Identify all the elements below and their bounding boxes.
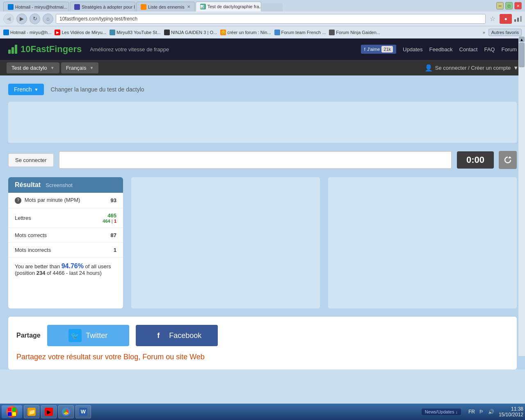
minimize-button[interactable]: ─ <box>496 2 504 9</box>
facebook-like-button[interactable]: f J'aime 21k <box>361 45 396 54</box>
logo-text-number: 10 <box>21 44 30 54</box>
login-button[interactable]: Se connecter <box>8 153 54 167</box>
tab-favicon-ennemis <box>141 4 146 10</box>
tray-speaker-icon[interactable]: 🔊 <box>487 408 495 416</box>
bookmark-creer[interactable]: 😊 créer un forum : Nin... <box>220 30 271 35</box>
tabs-area: Hotmail - miryu@hotmai... ✕ Stratégies à… <box>3 0 283 11</box>
tab-label-hotmail: Hotmail - miryu@hotmai... <box>15 5 67 9</box>
better-percentage: 94.76% <box>62 262 84 269</box>
close-button[interactable]: ✕ <box>514 2 522 9</box>
faq-link[interactable]: FAQ <box>484 46 495 52</box>
forum-link[interactable]: Forum <box>501 46 517 52</box>
tab-empty <box>262 3 283 11</box>
taskbar-icon-chrome <box>62 408 70 416</box>
header-right: f J'aime 21k Updates Feedback Contact FA… <box>361 45 517 54</box>
result-row-incorrect: Mots incorrects 1 <box>8 243 123 258</box>
svg-rect-1 <box>8 408 11 411</box>
fb-count: 21k <box>381 46 393 52</box>
partage-section: Partage 🐦 Twitter f Facebook Partagez vo… <box>8 317 517 370</box>
incorrect-value: 1 <box>94 243 123 258</box>
facebook-button[interactable]: f Facebook <box>136 325 218 346</box>
taskbar-app-word[interactable]: W <box>75 405 91 418</box>
taskbar: 📁 ▶ W News/Updates ↓ FR 🏳 🔊 11:38 15/10/… <box>0 404 525 420</box>
bookmark-favicon-ninja2 <box>329 30 335 35</box>
lang-dropdown-arrow: ▼ <box>89 66 94 70</box>
letters-correct: 464 <box>103 219 110 224</box>
maximize-button[interactable]: □ <box>505 2 513 9</box>
bookmark-ninja2[interactable]: Forum Ninja Gaiden... <box>329 30 380 35</box>
start-button[interactable] <box>2 405 22 418</box>
wpm-label: Mots par minute (MPM) <box>25 197 80 203</box>
reset-button[interactable] <box>499 151 517 169</box>
bookmark-ninja[interactable]: NINJA GAIDEN 3 | O... <box>164 30 217 35</box>
test-dropdown-arrow: ▼ <box>50 66 55 70</box>
taskbar-icon-word: W <box>79 408 87 416</box>
site-tagline: Améliorez votre vitesse de frappe <box>90 46 169 52</box>
language-button-arrow: ▼ <box>34 87 39 92</box>
antivirus-icon[interactable]: ● <box>500 14 512 24</box>
bookmark-hotmail[interactable]: Hotmail - miryu@h... <box>3 30 51 35</box>
forward-button[interactable]: ▶ <box>16 14 27 24</box>
screenshot-link[interactable]: Screenshot <box>46 182 73 188</box>
scroll-up[interactable]: ▲ <box>519 37 525 42</box>
language-button-label: French <box>14 86 32 93</box>
blog-share-text: Partagez votre résultat sur votre Blog, … <box>16 353 509 361</box>
tray-lang-icon[interactable]: FR <box>468 408 476 416</box>
logo-icon <box>8 45 17 54</box>
side-ad-2 <box>328 177 517 308</box>
contact-link[interactable]: Contact <box>459 46 478 52</box>
timer-display: 0:00 <box>457 151 494 169</box>
bookmark-label-hotmail: Hotmail - miryu@h... <box>10 30 51 35</box>
bookmarks-bar: Hotmail - miryu@h... ▶ Les Vidéos de Mir… <box>0 26 525 39</box>
tab-strategies[interactable]: Stratégies à adopter pour l... ✕ <box>70 2 135 11</box>
taskbar-app-media[interactable]: ▶ <box>41 405 57 418</box>
result-panel-header: Résultat Screenshot <box>8 177 123 193</box>
language-button[interactable]: French ▼ <box>8 84 44 95</box>
tab-ennemis[interactable]: Liste des ennemis ✕ <box>136 2 195 11</box>
bookmarks-autres[interactable]: Autres favoris <box>488 29 522 36</box>
tab-typing[interactable]: 📊 Test de dactylographie fra... ✕ <box>196 2 261 11</box>
reload-button[interactable]: ↻ <box>30 14 40 24</box>
back-button[interactable]: ◀ <box>3 14 14 24</box>
content-area: French ▼ Changer la langue du test de da… <box>0 75 525 370</box>
twitter-button[interactable]: 🐦 Twitter <box>47 325 129 346</box>
tab-favicon-hotmail <box>8 4 14 10</box>
bookmark-forum[interactable]: Forum team French ... <box>274 30 326 35</box>
bookmark-youtube[interactable]: ▶ Les Vidéos de Miryu... <box>55 30 106 35</box>
scrollbar[interactable]: ▲ <box>518 36 525 356</box>
url-bar[interactable]: 10fastfingers.com/typing-test/french <box>56 14 486 24</box>
taskbar-app-chrome[interactable] <box>58 405 74 418</box>
logo-area[interactable]: 10FastFingers <box>8 44 82 55</box>
address-bar: ◀ ▶ ↻ ⌂ 10fastfingers.com/typing-test/fr… <box>0 11 525 26</box>
updates-link[interactable]: Updates <box>403 46 422 52</box>
wpm-value: 93 <box>94 193 123 208</box>
tray-area: News/Updates ↓ FR 🏳 🔊 11:38 15/10/2012 <box>422 406 523 418</box>
scrollbar-thumb[interactable] <box>519 43 525 67</box>
taskbar-app-explorer[interactable]: 📁 <box>24 405 39 418</box>
tray-time: 11:38 15/10/2012 <box>499 406 523 418</box>
lang-dropdown[interactable]: Français ▼ <box>61 62 99 73</box>
results-grid: Résultat Screenshot ? Mots par minute (M… <box>8 177 517 308</box>
news-bar[interactable]: News/Updates ↓ <box>422 409 461 415</box>
feedback-link[interactable]: Feedback <box>429 46 453 52</box>
login-nav[interactable]: 👤 Se connecter / Créer un compte ▼ <box>425 64 518 72</box>
bookmarks-more[interactable]: » <box>483 30 485 35</box>
bookmark-favicon-ninja <box>164 30 170 35</box>
wpm-info-icon[interactable]: ? <box>15 197 21 204</box>
test-dropdown[interactable]: Test de dactylo ▼ <box>7 62 59 73</box>
bookmark-miryu[interactable]: Miryu83 YouTube St... <box>110 30 161 35</box>
result-title: Résultat <box>15 181 41 189</box>
test-dropdown-label: Test de dactylo <box>11 65 47 71</box>
bookmark-star[interactable]: ☆ <box>488 14 497 23</box>
bookmark-favicon-forum <box>274 30 280 35</box>
position-value: 234 <box>37 270 46 276</box>
bookmark-label-ninja2: Forum Ninja Gaiden... <box>336 30 380 35</box>
tab-hotmail[interactable]: Hotmail - miryu@hotmai... ✕ <box>3 2 69 11</box>
letters-value-cell: 465 464 | 1 <box>94 208 123 228</box>
home-button[interactable]: ⌂ <box>43 14 53 24</box>
fb-like-text: J'aime <box>367 47 380 52</box>
tab-close-ennemis[interactable]: ✕ <box>187 5 190 9</box>
taskbar-icon-explorer: 📁 <box>27 408 36 416</box>
typing-input[interactable] <box>59 151 452 169</box>
url-text: 10fastfingers.com/typing-test/french <box>59 16 137 22</box>
